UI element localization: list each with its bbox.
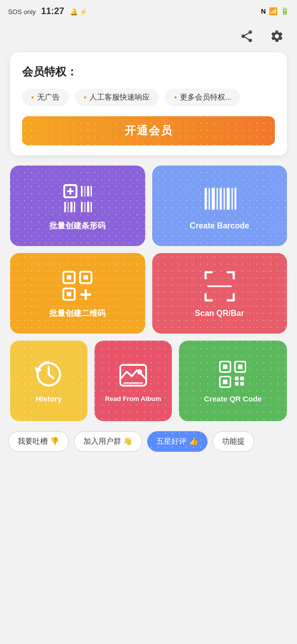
scan-qr-label: Scan QR/Bar — [195, 309, 244, 318]
scan-qr-card[interactable]: Scan QR/Bar — [152, 253, 287, 334]
gear-icon — [270, 29, 284, 43]
svg-rect-39 — [223, 364, 228, 369]
svg-rect-13 — [84, 202, 85, 212]
svg-rect-10 — [70, 202, 72, 212]
create-barcode-card[interactable]: Create Barcode — [152, 166, 287, 246]
badge-no-ads: 无广告 — [22, 89, 69, 106]
svg-rect-47 — [240, 382, 244, 386]
member-title: 会员特权： — [22, 64, 275, 79]
svg-rect-21 — [224, 188, 225, 210]
svg-rect-11 — [74, 202, 75, 212]
svg-rect-24 — [235, 188, 237, 210]
batch-qr-icon — [60, 268, 95, 303]
badge-more: 更多会员特权... — [165, 89, 240, 106]
history-icon — [34, 359, 64, 389]
svg-rect-5 — [84, 186, 85, 196]
svg-rect-12 — [81, 202, 83, 212]
svg-rect-15 — [91, 202, 92, 212]
svg-rect-44 — [235, 376, 239, 380]
activate-member-button[interactable]: 开通会员 — [22, 116, 275, 145]
svg-rect-8 — [64, 202, 66, 212]
batch-barcode-label: 批量创建条形码 — [49, 221, 106, 231]
status-time: 11:27 — [41, 6, 64, 16]
svg-rect-9 — [68, 202, 69, 212]
history-card[interactable]: History — [10, 341, 87, 421]
svg-rect-14 — [87, 202, 89, 212]
bottom-row: History Read From Album — [0, 341, 297, 421]
create-barcode-icon — [202, 181, 237, 216]
status-bar: SOS only 11:27 🔔 ⚡ N 📶 🔋 — [0, 0, 297, 22]
batch-barcode-card[interactable]: 批量创建条形码 — [10, 166, 145, 246]
battery-icon: 🔋 — [280, 7, 289, 15]
svg-rect-7 — [91, 186, 92, 196]
batch-qr-label: 批量创建二维码 — [49, 308, 106, 319]
svg-rect-28 — [84, 275, 88, 280]
svg-point-36 — [137, 369, 142, 374]
suggest-button[interactable]: 功能提 — [213, 431, 254, 452]
batch-qr-card[interactable]: 批量创建二维码 — [10, 253, 145, 334]
sos-text: SOS only — [8, 8, 36, 16]
read-album-card[interactable]: Read From Album — [94, 341, 172, 421]
toolbar — [0, 22, 297, 50]
svg-rect-45 — [240, 376, 244, 380]
svg-rect-17 — [209, 188, 210, 210]
create-qr-label: Create QR Code — [204, 394, 262, 403]
status-right: N 📶 🔋 — [261, 7, 289, 15]
svg-rect-16 — [205, 188, 207, 210]
read-album-icon — [118, 360, 148, 390]
svg-rect-23 — [231, 188, 233, 210]
nfc-icon: N — [261, 8, 266, 15]
svg-rect-22 — [227, 188, 230, 210]
svg-rect-46 — [235, 382, 239, 386]
five-star-button[interactable]: 五星好评 👍 — [147, 431, 207, 452]
history-label: History — [36, 394, 62, 403]
member-card: 会员特权： 无广告 人工客服快速响应 更多会员特权... 开通会员 — [10, 52, 287, 155]
signal-icon: 📶 — [269, 7, 277, 15]
svg-rect-6 — [87, 186, 89, 196]
member-badges: 无广告 人工客服快速响应 更多会员特权... — [22, 89, 275, 106]
svg-rect-43 — [223, 379, 228, 384]
create-qr-icon — [218, 359, 248, 389]
bottom-buttons: 我要吐槽 👎 加入用户群 👋 五星好评 👍 功能提 — [0, 431, 297, 452]
share-button[interactable] — [237, 26, 257, 46]
read-album-label: Read From Album — [105, 395, 161, 403]
svg-rect-30 — [67, 292, 71, 296]
settings-button[interactable] — [267, 26, 287, 46]
share-icon — [240, 29, 254, 43]
main-grid: 批量创建条形码 Create Barcode — [0, 166, 297, 334]
create-qr-card[interactable]: Create QR Code — [179, 341, 287, 421]
svg-rect-19 — [217, 188, 218, 210]
svg-rect-41 — [238, 364, 243, 369]
join-group-button[interactable]: 加入用户群 👋 — [74, 431, 142, 452]
svg-rect-4 — [81, 186, 83, 196]
badge-customer-service: 人工客服快速响应 — [75, 89, 159, 106]
status-left: SOS only 11:27 🔔 ⚡ — [8, 6, 87, 17]
batch-barcode-icon — [60, 181, 95, 216]
svg-rect-26 — [67, 275, 71, 280]
create-barcode-label: Create Barcode — [190, 221, 249, 230]
scan-qr-icon — [202, 269, 237, 304]
svg-rect-20 — [220, 188, 222, 210]
svg-rect-18 — [212, 188, 215, 210]
feedback-button[interactable]: 我要吐槽 👎 — [8, 431, 69, 452]
